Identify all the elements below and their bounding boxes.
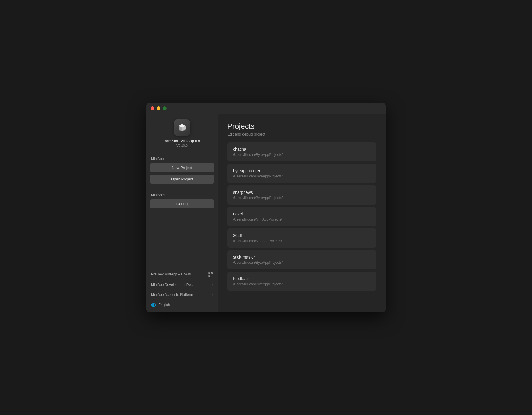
qr-icon [208, 272, 213, 277]
globe-icon: 🌐 [151, 303, 156, 307]
project-item[interactable]: 2048 /Users/liliucan/MiniAppProjects/ [227, 228, 376, 248]
project-path: /Users/liliucan/ByteAppProjects/ [233, 261, 370, 265]
page-title: Projects [227, 122, 376, 131]
project-path: /Users/liliucan/ByteAppProjects/ [233, 282, 370, 286]
close-button[interactable] [150, 106, 154, 110]
devdoc-label: MiniApp Development Do... [151, 283, 209, 287]
chevron-right-icon: › [212, 283, 213, 286]
main-content: Transsion MiniApp IDE V0.10.0 MiniApp Ne… [146, 114, 386, 312]
project-name: novel [233, 212, 370, 216]
project-name: stick-master [233, 255, 370, 259]
debug-button[interactable]: Debug [150, 199, 214, 208]
sidebar-header: Transsion MiniApp IDE V0.10.0 [146, 114, 218, 152]
projects-list: chacha /Users/liliucan/ByteAppProjects/ … [218, 141, 386, 312]
project-item[interactable]: feedback /Users/liliucan/ByteAppProjects… [227, 272, 376, 291]
miniapp-section: MiniApp New Project Open Project [146, 152, 218, 188]
svg-rect-12 [212, 275, 212, 275]
titlebar [146, 103, 386, 114]
project-item[interactable]: sharpnews /Users/liliucan/ByteAppProject… [227, 185, 376, 205]
svg-rect-13 [211, 276, 211, 276]
main-header: Projects Edit and debug project [218, 114, 386, 141]
maximize-button[interactable] [163, 106, 167, 110]
traffic-lights [150, 106, 167, 110]
project-item[interactable]: chacha /Users/liliucan/ByteAppProjects/ [227, 142, 376, 161]
project-item[interactable]: stick-master /Users/liliucan/ByteAppProj… [227, 250, 376, 269]
page-subtitle: Edit and debug project [227, 132, 376, 136]
svg-rect-6 [209, 272, 209, 273]
app-icon [174, 119, 190, 136]
minimize-button[interactable] [157, 106, 160, 110]
sidebar-item-accounts[interactable]: MiniApp Accounts Platform › [146, 290, 218, 300]
project-path: /Users/liliucan/ByteAppProjects/ [233, 174, 370, 178]
sidebar-item-preview[interactable]: Preview MiniApp – Downl... [146, 269, 218, 280]
sidebar-item-language[interactable]: 🌐 English [146, 300, 218, 310]
app-window: Transsion MiniApp IDE V0.10.0 MiniApp Ne… [146, 103, 386, 312]
minishell-label: MiniShell [150, 193, 214, 197]
minishell-section: MiniShell Debug [146, 188, 218, 213]
svg-rect-8 [211, 272, 212, 273]
main-area: Projects Edit and debug project chacha /… [218, 114, 386, 312]
open-project-button[interactable]: Open Project [150, 175, 214, 184]
project-path: /Users/liliucan/ByteAppProjects/ [233, 153, 370, 157]
project-name: feedback [233, 276, 370, 281]
app-name: Transsion MiniApp IDE [163, 139, 201, 143]
sidebar: Transsion MiniApp IDE V0.10.0 MiniApp Ne… [146, 114, 218, 312]
project-name: byteapp-center [233, 168, 370, 173]
project-path: /Users/liliucan/MiniAppProjects/ [233, 217, 370, 221]
project-item[interactable]: byteapp-center /Users/liliucan/ByteAppPr… [227, 164, 376, 183]
chevron-right-icon-2: › [212, 293, 213, 296]
app-version: V0.10.0 [176, 144, 188, 147]
project-name: sharpnews [233, 190, 370, 195]
sidebar-footer: Preview MiniApp – Downl... [146, 266, 218, 312]
language-label: English [158, 303, 213, 307]
project-name: 2048 [233, 233, 370, 238]
project-name: chacha [233, 147, 370, 152]
new-project-button[interactable]: New Project [150, 163, 214, 172]
svg-rect-14 [212, 276, 212, 276]
svg-rect-10 [209, 275, 209, 276]
project-path: /Users/liliucan/ByteAppProjects/ [233, 196, 370, 200]
project-path: /Users/liliucan/MiniAppProjects/ [233, 239, 370, 243]
miniapp-label: MiniApp [150, 157, 214, 161]
project-item[interactable]: novel /Users/liliucan/MiniAppProjects/ [227, 207, 376, 226]
svg-rect-11 [211, 275, 211, 275]
preview-label: Preview MiniApp – Downl... [151, 272, 205, 276]
accounts-label: MiniApp Accounts Platform [151, 293, 209, 297]
sidebar-item-devdoc[interactable]: MiniApp Development Do... › [146, 280, 218, 290]
